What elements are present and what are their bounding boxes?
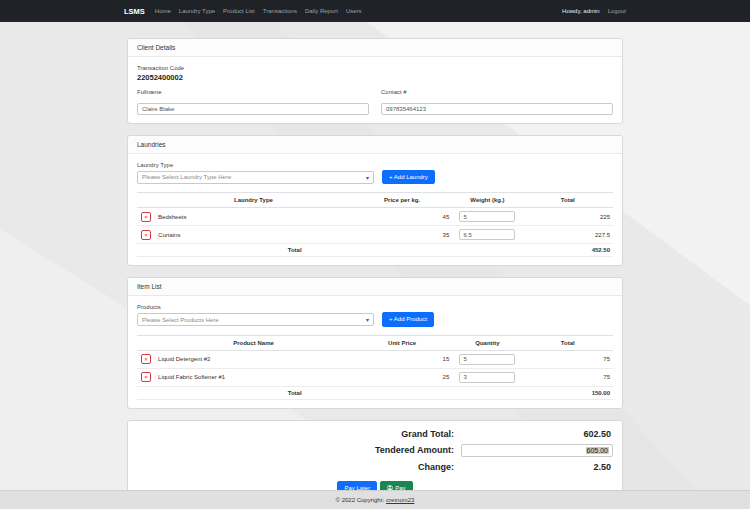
table-header-remove — [137, 335, 155, 350]
client-details-header: Client Details — [128, 39, 622, 57]
products-select[interactable]: Please Select Products Here ▾ — [137, 313, 374, 326]
copyright-text: © 2022 Copyright: — [336, 497, 384, 503]
laundry-type-select-placeholder: Please Select Laundry Type Here — [142, 174, 231, 180]
products-select-placeholder: Please Select Products Here — [142, 317, 219, 323]
product-price-cell: 25 — [352, 368, 452, 386]
transaction-code-value: 22052400002 — [137, 73, 613, 82]
grand-total-value: 602.50 — [461, 429, 613, 439]
laundry-name-cell: Curtains — [155, 226, 352, 244]
item-list-card: Item List Products Please Select Product… — [127, 277, 623, 408]
change-value: 2.50 — [461, 462, 613, 472]
grand-total-label: Grand Total: — [137, 429, 461, 439]
product-total-cell: 75 — [523, 368, 613, 386]
chevron-down-icon: ▾ — [366, 316, 369, 323]
table-row: × Liquid Fabric Softener #1 25 75 — [137, 368, 613, 386]
laundries-total-value: 452.50 — [523, 244, 613, 257]
remove-row-button[interactable]: × — [141, 230, 151, 240]
table-header-total: Total — [523, 193, 613, 208]
chevron-down-icon: ▾ — [366, 174, 369, 181]
table-row: × Liquid Detergent #2 15 75 — [137, 350, 613, 368]
laundry-total-cell: 227.5 — [523, 226, 613, 244]
user-greeting: Howdy, admin — [562, 8, 600, 14]
laundry-type-select[interactable]: Please Select Laundry Type Here ▾ — [137, 171, 374, 184]
tendered-amount-label: Tendered Amount: — [137, 445, 461, 455]
top-navbar: LSMS Home Laundry Type Product List Tran… — [0, 0, 750, 22]
laundries-header: Laundries — [128, 136, 622, 154]
table-header-unit-price: Unit Price — [352, 335, 452, 350]
table-total-row: Total 150.00 — [137, 386, 613, 399]
contact-field[interactable] — [381, 103, 613, 115]
nav-item-home[interactable]: Home — [155, 8, 171, 14]
laundry-total-cell: 225 — [523, 208, 613, 226]
product-total-cell: 75 — [523, 350, 613, 368]
add-product-button[interactable]: + Add Product — [382, 312, 434, 326]
change-label: Change: — [137, 462, 461, 472]
tendered-amount-value: 605.00 — [586, 447, 609, 454]
quantity-input[interactable] — [459, 372, 515, 383]
table-header-remove — [137, 193, 155, 208]
tendered-amount-input[interactable]: 605.00 — [461, 444, 613, 457]
table-header-laundry-type: Laundry Type — [155, 193, 352, 208]
laundries-card: Laundries Laundry Type Please Select Lau… — [127, 135, 623, 266]
laundry-price-cell: 45 — [352, 208, 452, 226]
table-total-row: Total 452.50 — [137, 244, 613, 257]
fullname-field[interactable] — [137, 103, 369, 115]
items-total-value: 150.00 — [523, 386, 613, 399]
copyright-link[interactable]: cretnom23 — [386, 497, 414, 503]
remove-row-button[interactable]: × — [141, 354, 151, 364]
nav-item-product-list[interactable]: Product List — [223, 8, 255, 14]
logout-link[interactable]: Logout — [608, 8, 626, 14]
quantity-input[interactable] — [459, 354, 515, 365]
remove-row-button[interactable]: × — [141, 372, 151, 382]
laundry-name-cell: Bedsheets — [155, 208, 352, 226]
weight-input[interactable] — [459, 211, 515, 222]
table-header-total: Total — [523, 335, 613, 350]
fullname-label: Fullname — [137, 89, 369, 95]
contact-label: Contact # — [381, 89, 613, 95]
client-details-card: Client Details Transaction Code 22052400… — [127, 38, 623, 124]
brand-logo[interactable]: LSMS — [124, 7, 145, 16]
nav-item-transactions[interactable]: Transactions — [263, 8, 297, 14]
product-name-cell: Liquid Fabric Softener #1 — [155, 368, 352, 386]
nav-item-users[interactable]: Users — [346, 8, 362, 14]
table-header-price: Price per kg. — [352, 193, 452, 208]
nav-item-laundry-type[interactable]: Laundry Type — [179, 8, 215, 14]
items-total-label: Total — [137, 386, 452, 399]
laundry-price-cell: 35 — [352, 226, 452, 244]
product-name-cell: Liquid Detergent #2 — [155, 350, 352, 368]
transaction-code-label: Transaction Code — [137, 65, 613, 71]
products-label: Products — [137, 304, 613, 310]
product-price-cell: 15 — [352, 350, 452, 368]
table-row: × Curtains 35 227.5 — [137, 226, 613, 244]
table-row: × Bedsheets 45 225 — [137, 208, 613, 226]
nav-item-daily-report[interactable]: Daily Report — [305, 8, 338, 14]
table-header-weight: Weight (kg.) — [452, 193, 522, 208]
weight-input[interactable] — [459, 229, 515, 240]
table-header-product-name: Product Name — [155, 335, 352, 350]
item-list-header: Item List — [128, 278, 622, 296]
table-header-quantity: Quantity — [452, 335, 522, 350]
laundries-total-label: Total — [137, 244, 452, 257]
laundry-type-label: Laundry Type — [137, 162, 613, 168]
page-footer: © 2022 Copyright: cretnom23 — [0, 490, 750, 509]
add-laundry-button[interactable]: + Add Laundry — [382, 170, 435, 184]
remove-row-button[interactable]: × — [141, 212, 151, 222]
